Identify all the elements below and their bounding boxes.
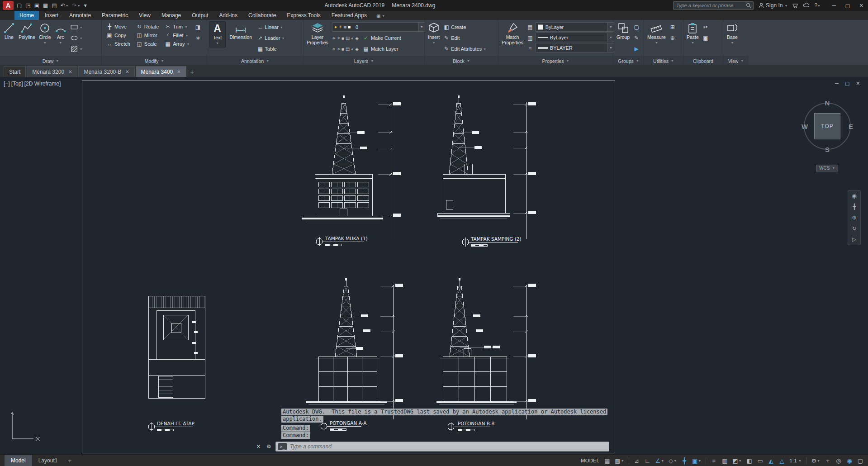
object-snap-toggle[interactable]: ▣▼ xyxy=(692,457,701,464)
ribbon-tab-manage[interactable]: Manage xyxy=(157,11,186,20)
viewcube-east[interactable]: E xyxy=(849,123,853,130)
line-button[interactable]: Line xyxy=(2,21,16,41)
search-icon[interactable] xyxy=(746,3,751,8)
paste-button[interactable]: Paste ▼ xyxy=(685,21,700,47)
communication-center-icon[interactable] xyxy=(803,3,809,8)
lineweight-toggle[interactable]: ≡ xyxy=(711,457,717,464)
panel-title-properties[interactable]: Properties▼ xyxy=(498,57,613,65)
ortho-mode-toggle[interactable]: ∟ xyxy=(645,457,651,464)
viewcube-west[interactable]: W xyxy=(802,123,808,130)
layer-select[interactable]: ●☀■■ 0 ▼ xyxy=(332,22,425,32)
circle-button[interactable]: Circle ▼ xyxy=(38,21,52,47)
minimize-button[interactable]: ─ xyxy=(827,0,841,11)
text-button[interactable]: A Text ▼ xyxy=(209,21,226,48)
base-button[interactable]: Base ▼ xyxy=(725,21,740,47)
match-layer-button[interactable]: ▤ Match Layer xyxy=(363,46,398,52)
dynamic-ucs-toggle[interactable]: ◧ xyxy=(746,457,753,464)
navigation-wheel-icon[interactable]: ◉ xyxy=(852,193,856,199)
ribbon-tab-output[interactable]: Output xyxy=(187,11,213,20)
new-layout-button[interactable]: + xyxy=(64,455,76,466)
pan-icon[interactable]: ╋ xyxy=(853,204,856,210)
ungroup-button[interactable]: ▢ xyxy=(633,22,640,32)
layer-tool-icon-0[interactable]: ☀ xyxy=(332,36,336,41)
workspace-switching-toggle[interactable]: ⚙▼ xyxy=(811,457,820,464)
graphics-performance-toggle[interactable]: ◉ xyxy=(846,457,853,464)
annotation-visibility-toggle[interactable]: ◭ xyxy=(768,457,774,464)
erase-button[interactable]: ◨ xyxy=(195,22,201,32)
customize-command-line-icon[interactable]: ⚙ xyxy=(265,443,273,450)
doc-close-button[interactable]: ✕ xyxy=(856,81,860,86)
layer-tool-icon-5[interactable]: ◈ xyxy=(355,36,359,41)
zoom-icon[interactable]: ⊕ xyxy=(852,214,856,221)
viewcube-south[interactable]: S xyxy=(825,146,830,153)
panel-title-block[interactable]: Block▼ xyxy=(425,57,498,65)
model-space-badge[interactable]: MODEL xyxy=(581,458,599,463)
fillet-button[interactable]: ◜Fillet▼ xyxy=(165,32,190,38)
layer-tool-icon-3[interactable]: ▤ xyxy=(346,47,350,52)
layer-tool-icon-2[interactable]: ■ xyxy=(342,36,344,41)
group-edit-button[interactable]: ✎ xyxy=(633,33,640,43)
layer-tool-icon-1[interactable]: × xyxy=(337,36,340,41)
ribbon-tab-parametric[interactable]: Parametric xyxy=(97,11,133,20)
viewport-visual-style-control[interactable]: [2D Wireframe] xyxy=(24,81,61,87)
ellipse-button[interactable]: ▼ xyxy=(70,33,83,43)
snap-mode-toggle[interactable]: ▩▼ xyxy=(615,457,624,464)
make-current-button[interactable]: ✓ Make Current xyxy=(363,35,401,41)
viewport-view-control[interactable]: [Top] xyxy=(11,81,23,87)
group-selection-button[interactable]: ▶ xyxy=(633,44,640,54)
file-tab-menara-3400[interactable]: Menara 3400✕ xyxy=(136,66,186,77)
isolate-objects-toggle[interactable]: ◎ xyxy=(835,457,842,464)
ribbon-tab-home[interactable]: Home xyxy=(14,11,39,20)
table-button[interactable]: ▦Table xyxy=(257,44,285,54)
id-point-button[interactable]: ⊕ xyxy=(669,33,676,43)
file-tab-start[interactable]: Start xyxy=(4,66,26,77)
stretch-button[interactable]: ↔Stretch xyxy=(106,41,130,47)
orbit-icon[interactable]: ↻ xyxy=(852,225,856,232)
maximize-button[interactable]: ▢ xyxy=(841,0,854,11)
match-properties-button[interactable]: Match Properties xyxy=(500,21,525,46)
layout1-tab[interactable]: Layout1 xyxy=(32,455,64,466)
property-tool-0[interactable]: ▤ xyxy=(527,22,533,32)
ribbon-tab-annotate[interactable]: Annotate xyxy=(64,11,96,20)
ribbon-tab-express-tools[interactable]: Express Tools xyxy=(282,11,325,20)
annotation-monitor-toggle[interactable]: + xyxy=(825,457,831,464)
group-button[interactable]: Group xyxy=(615,21,631,41)
close-tab-icon[interactable]: ✕ xyxy=(177,69,180,74)
edit-attributes-button[interactable]: ✎Edit Attributes▼ xyxy=(443,44,486,54)
trim-button[interactable]: ✂Trim▼ xyxy=(165,24,190,30)
ribbon-tab-collaborate[interactable]: Collaborate xyxy=(243,11,281,20)
redo-button[interactable]: ↷▼ xyxy=(72,2,81,9)
dimension-button[interactable]: Dimension xyxy=(227,21,255,41)
layer-tool-icon-4[interactable]: ◐ xyxy=(351,36,354,41)
insert-button[interactable]: Insert ▼ xyxy=(427,21,441,47)
move-button[interactable]: ╋Move xyxy=(106,24,130,30)
panel-title-modify[interactable]: Modify▼ xyxy=(102,57,207,65)
undo-button[interactable]: ↶▼ xyxy=(61,2,69,9)
model-tab[interactable]: Model xyxy=(5,455,32,466)
show-motion-icon[interactable]: ▷ xyxy=(852,236,856,243)
plot-button[interactable]: ▤ xyxy=(52,2,57,9)
copy-button[interactable]: ▣Copy xyxy=(106,32,130,38)
clean-screen-toggle[interactable]: ▢ xyxy=(857,457,863,464)
scale-button[interactable]: ◱Scale xyxy=(136,41,159,47)
rotate-button[interactable]: ↻Rotate xyxy=(136,24,159,30)
file-tab-menara-3200-b[interactable]: Menara 3200-B✕ xyxy=(78,66,134,77)
polar-tracking-toggle[interactable]: ∠▼ xyxy=(655,457,664,464)
create-button[interactable]: ◧Create xyxy=(443,22,486,32)
polyline-button[interactable]: Polyline xyxy=(17,21,37,41)
quick-calc-button[interactable]: ⊞ xyxy=(669,22,676,32)
ribbon-tab-insert[interactable]: Insert xyxy=(40,11,63,20)
leader-button[interactable]: ↗Leader▼ xyxy=(257,33,285,43)
panel-title-view[interactable]: View▼ xyxy=(723,57,749,65)
measure-button[interactable]: Measure ▼ xyxy=(646,21,667,47)
open-file-button[interactable]: ◳ xyxy=(25,2,30,9)
command-input-bar[interactable]: >_ Type a command xyxy=(275,442,609,452)
panel-title-annotation[interactable]: Annotation▼ xyxy=(207,57,303,65)
drawing-canvas[interactable]: TAMPAK MUKA (1)TAMPAK SAMPING (2)DENAH L… xyxy=(0,77,868,454)
property-tool-2[interactable]: ≡ xyxy=(527,44,533,54)
close-button[interactable]: ✕ xyxy=(854,0,868,11)
new-tab-button[interactable]: + xyxy=(187,67,197,77)
edit-button[interactable]: ✎Edit xyxy=(443,33,486,43)
viewcube-top-face[interactable]: TOP xyxy=(814,113,840,139)
panel-title-clipboard[interactable]: Clipboard xyxy=(683,57,723,65)
